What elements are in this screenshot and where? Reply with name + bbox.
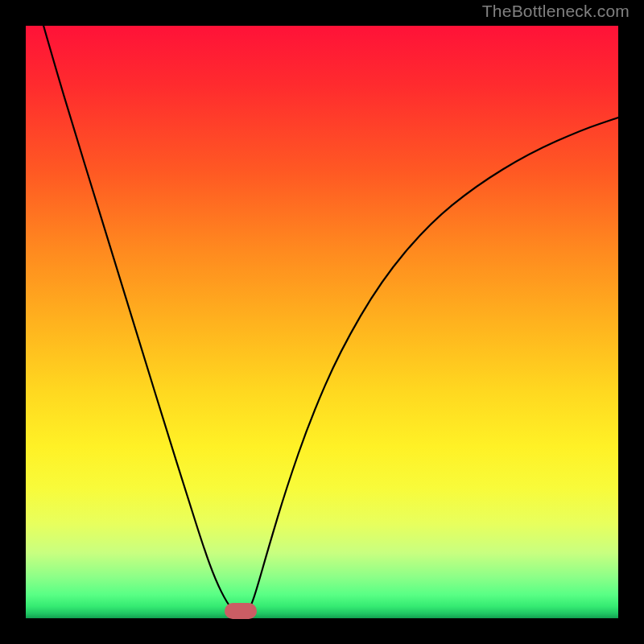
chart-container: TheBottleneck.com xyxy=(0,0,644,644)
curve-layer xyxy=(26,26,618,618)
bottleneck-curve xyxy=(43,26,618,617)
plot-background-gradient xyxy=(26,26,618,618)
optimum-marker xyxy=(225,603,257,619)
attribution-text: TheBottleneck.com xyxy=(482,2,630,21)
